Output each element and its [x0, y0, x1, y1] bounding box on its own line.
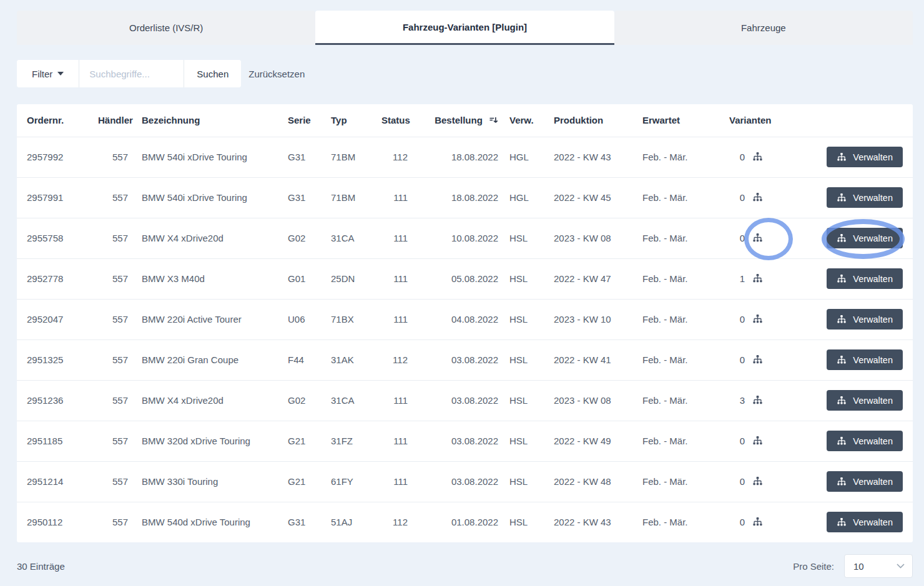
varianten-count: 0	[740, 354, 745, 365]
verwalten-button-label: Verwalten	[853, 355, 893, 365]
cell-bezeichnung: BMW 220i Active Tourer	[139, 299, 285, 339]
cell-ordernr: 2952778	[17, 258, 96, 299]
column-header-serie[interactable]: Serie	[285, 104, 328, 137]
per-page-select[interactable]: 10	[844, 554, 913, 578]
sitemap-icon	[752, 314, 763, 325]
cell-bestellung: 01.08.2022	[416, 502, 503, 542]
verwalten-button[interactable]: Verwalten	[827, 390, 903, 411]
cell-actions: Verwalten	[777, 461, 913, 502]
column-header-verw[interactable]: Verw.	[503, 104, 551, 137]
cell-bezeichnung: BMW 540i xDrive Touring	[139, 177, 285, 218]
filter-dropdown-label: Filter	[32, 69, 52, 79]
cell-typ: 31CA	[328, 380, 379, 421]
reset-link[interactable]: Zurücksetzen	[248, 69, 305, 79]
cell-haendler: 557	[96, 218, 139, 258]
sitemap-icon	[752, 273, 763, 284]
cell-haendler: 557	[96, 299, 139, 339]
cell-actions: Verwalten	[777, 177, 913, 218]
cell-serie: F44	[285, 339, 328, 380]
column-header-varianten[interactable]: Varianten	[727, 104, 777, 137]
search-button[interactable]: Suchen	[184, 60, 241, 87]
tab-orderliste[interactable]: Orderliste (IVS/R)	[17, 11, 315, 45]
cell-erwartet: Feb. - Mär.	[636, 421, 727, 461]
cell-actions: Verwalten	[777, 258, 913, 299]
verwalten-button-label: Verwalten	[853, 193, 893, 203]
tab-fahrzeuge[interactable]: Fahrzeuge	[614, 11, 913, 45]
filter-dropdown-button[interactable]: Filter	[17, 60, 79, 87]
column-header-ordernr[interactable]: Ordernr.	[17, 104, 96, 137]
column-header-bestellung[interactable]: Bestellung	[416, 104, 503, 137]
verwalten-button[interactable]: Verwalten	[827, 349, 903, 370]
cell-bestellung: 04.08.2022	[416, 299, 503, 339]
varianten-count: 0	[740, 152, 745, 162]
verwalten-button-label: Verwalten	[853, 477, 893, 487]
verwalten-button[interactable]: Verwalten	[827, 512, 903, 532]
verwalten-button[interactable]: Verwalten	[827, 431, 903, 451]
cell-haendler: 557	[96, 380, 139, 421]
sitemap-icon	[837, 396, 847, 406]
cell-bestellung: 18.08.2022	[416, 137, 503, 177]
cell-haendler: 557	[96, 339, 139, 380]
filter-group: Filter Suchen	[17, 60, 241, 87]
cell-bestellung: 10.08.2022	[416, 218, 503, 258]
cell-varianten: 0	[727, 461, 777, 502]
verwalten-button[interactable]: Verwalten	[827, 147, 903, 167]
entries-count: 30 Einträge	[17, 561, 65, 572]
per-page-label: Pro Seite:	[793, 561, 834, 572]
cell-bestellung: 05.08.2022	[416, 258, 503, 299]
cell-actions: Verwalten	[777, 380, 913, 421]
column-header-typ[interactable]: Typ	[328, 104, 379, 137]
cell-actions: Verwalten	[777, 339, 913, 380]
search-input[interactable]	[79, 60, 184, 87]
table-row: 2951325 557 BMW 220i Gran Coupe F44 31AK…	[17, 339, 913, 380]
tab-fahrzeug-varianten[interactable]: Fahrzeug-Varianten [Plugin]	[315, 11, 614, 45]
cell-ordernr: 2951236	[17, 380, 96, 421]
verwalten-button[interactable]: Verwalten	[827, 187, 903, 208]
table-row: 2957991 557 BMW 540i xDrive Touring G31 …	[17, 177, 913, 218]
cell-haendler: 557	[96, 258, 139, 299]
cell-erwartet: Feb. - Mär.	[636, 137, 727, 177]
verwalten-button[interactable]: Verwalten	[827, 268, 903, 289]
cell-verw: HGL	[503, 177, 551, 218]
cell-produktion: 2022 - KW 49	[551, 421, 636, 461]
cell-varianten: 0	[727, 339, 777, 380]
cell-serie: G02	[285, 218, 328, 258]
sitemap-icon	[837, 315, 847, 325]
cell-status: 111	[379, 461, 416, 502]
verwalten-button[interactable]: Verwalten	[827, 471, 903, 492]
column-header-haendler[interactable]: Händler	[96, 104, 139, 137]
cell-produktion: 2023 - KW 10	[551, 299, 636, 339]
cell-status: 111	[379, 421, 416, 461]
verwalten-button[interactable]: Verwalten	[827, 228, 903, 248]
cell-varianten: 0	[727, 299, 777, 339]
cell-haendler: 557	[96, 421, 139, 461]
table-row: 2952778 557 BMW X3 M40d G01 25DN 111 05.…	[17, 258, 913, 299]
cell-bestellung: 03.08.2022	[416, 421, 503, 461]
table-row: 2952047 557 BMW 220i Active Tourer U06 7…	[17, 299, 913, 339]
cell-status: 111	[379, 299, 416, 339]
cell-actions: Verwalten	[777, 299, 913, 339]
tab-label: Orderliste (IVS/R)	[129, 22, 203, 33]
cell-bezeichnung: BMW X4 xDrive20d	[139, 218, 285, 258]
cell-typ: 71BX	[328, 299, 379, 339]
cell-verw: HGL	[503, 137, 551, 177]
cell-erwartet: Feb. - Mär.	[636, 177, 727, 218]
varianten-count: 1	[740, 273, 745, 284]
table-row: 2950112 557 BMW 540d xDrive Touring G31 …	[17, 502, 913, 542]
verwalten-button-label: Verwalten	[853, 274, 893, 284]
column-header-erwartet[interactable]: Erwartet	[636, 104, 727, 137]
cell-typ: 31CA	[328, 218, 379, 258]
cell-typ: 71BM	[328, 137, 379, 177]
column-header-status[interactable]: Status	[379, 104, 416, 137]
sitemap-icon	[837, 274, 847, 284]
verwalten-button[interactable]: Verwalten	[827, 309, 903, 330]
column-header-bezeichnung[interactable]: Bezeichnung	[139, 104, 285, 137]
sitemap-icon	[837, 477, 847, 487]
tab-label: Fahrzeug-Varianten [Plugin]	[403, 22, 527, 32]
sitemap-icon	[752, 517, 763, 527]
varianten-count: 0	[740, 476, 745, 487]
cell-varianten: 0	[727, 502, 777, 542]
column-header-produktion[interactable]: Produktion	[551, 104, 636, 137]
table-header-row: Ordernr. Händler Bezeichnung Serie Typ S…	[17, 104, 913, 137]
chevron-down-icon	[897, 564, 905, 569]
